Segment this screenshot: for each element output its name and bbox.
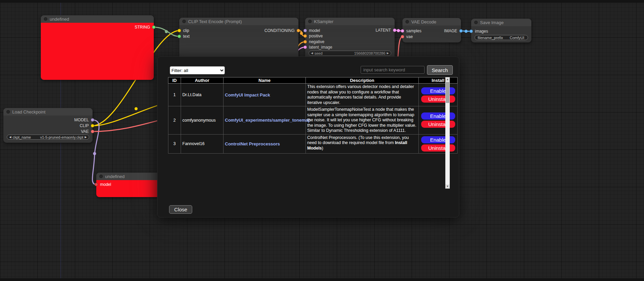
collapse-dot-icon[interactable] xyxy=(99,175,103,178)
input-port-positive[interactable]: positive xyxy=(303,34,323,38)
port-label: CONDITIONING xyxy=(264,28,295,33)
table-header-row: ID Author Name Description Install xyxy=(168,77,458,84)
node-ksampler[interactable]: KSampler model positive negative latent_… xyxy=(305,18,395,62)
port-dot[interactable] xyxy=(178,35,181,38)
wire-dot-latent xyxy=(397,29,400,32)
widget-value: v1-5-pruned-emaonly.ckpt xyxy=(40,135,83,139)
port-dot[interactable] xyxy=(91,130,94,133)
output-port-latent[interactable]: LATENT xyxy=(376,28,396,33)
port-dot[interactable] xyxy=(401,29,404,33)
search-input[interactable] xyxy=(361,66,425,74)
input-port-model[interactable]: model xyxy=(95,182,111,187)
top-edge-strip xyxy=(0,0,644,3)
input-port-vae[interactable]: vae xyxy=(401,34,413,39)
table-scrollbar[interactable]: ▲ ▼ xyxy=(445,77,450,189)
collapse-dot-icon[interactable] xyxy=(182,20,186,23)
port-dot[interactable] xyxy=(393,29,396,32)
node-title-bar[interactable]: CLIP Text Encode (Prompt) xyxy=(179,18,298,25)
port-dot[interactable] xyxy=(303,40,307,43)
enable-button[interactable]: Enable xyxy=(421,112,455,120)
enable-button[interactable]: Enable xyxy=(421,136,455,143)
bottom-edge-strip xyxy=(0,278,644,281)
output-port-model[interactable]: MODEL xyxy=(74,118,94,122)
scrollbar-down-icon[interactable]: ▼ xyxy=(445,184,450,189)
output-port-conditioning[interactable]: CONDITIONING xyxy=(264,28,300,33)
scrollbar-up-icon[interactable]: ▲ xyxy=(445,77,450,82)
wire-dot-conditioning xyxy=(300,32,303,35)
collapse-dot-icon[interactable] xyxy=(6,110,10,113)
col-header-author: Author xyxy=(181,77,224,84)
input-port-images[interactable]: images xyxy=(469,29,488,34)
decrement-arrow-icon[interactable]: ◀ xyxy=(9,136,11,139)
cell-author: Fannovel16 xyxy=(181,134,224,153)
output-port-string[interactable]: STRING xyxy=(135,25,155,30)
uninstall-button[interactable]: Uninstall xyxy=(421,121,455,128)
node-vae-decode[interactable]: VAE Decode samples vae IMAGE xyxy=(402,18,461,42)
collapse-dot-icon[interactable] xyxy=(44,17,47,21)
port-dot[interactable] xyxy=(469,30,473,33)
extension-manager-dialog: Filter: all Search ID Author Name Descri… xyxy=(157,56,459,217)
extension-link[interactable]: ComfyUI Impact Pack xyxy=(225,92,270,98)
filter-select[interactable]: Filter: all xyxy=(170,66,225,74)
port-dot[interactable] xyxy=(91,124,94,127)
extension-link[interactable]: ControlNet Preprocessors xyxy=(225,141,280,146)
node-save-image[interactable]: Save Image images filename_prefix ComfyU… xyxy=(471,19,531,42)
input-port-text[interactable]: text xyxy=(178,34,189,39)
collapse-dot-icon[interactable] xyxy=(474,21,478,24)
port-dot[interactable] xyxy=(459,29,463,33)
extension-link[interactable]: ComfyUI_experiments/sampler_tonemap xyxy=(225,118,311,123)
port-dot[interactable] xyxy=(178,29,181,32)
port-dot[interactable] xyxy=(91,118,94,122)
cell-install: Enable Uninstall xyxy=(419,106,458,135)
input-port-clip[interactable]: clip xyxy=(178,28,189,33)
table-row: 1 Dr.Lt.Data ComfyUI Impact Pack This ex… xyxy=(168,84,458,106)
input-port-samples[interactable]: samples xyxy=(401,29,422,33)
search-button[interactable]: Search xyxy=(427,65,453,75)
input-port-negative[interactable]: negative xyxy=(303,39,324,44)
uninstall-button[interactable]: Uninstall xyxy=(421,144,455,152)
port-label: clip xyxy=(183,28,189,33)
enable-button[interactable]: Enable xyxy=(421,87,455,94)
collapse-dot-icon[interactable] xyxy=(406,20,409,23)
ckpt-name-widget[interactable]: ◀ ckpt_name v1-5-pruned-emaonly.ckpt ▶ xyxy=(7,135,89,140)
node-title: Save Image xyxy=(480,20,503,25)
port-dot[interactable] xyxy=(95,183,98,186)
input-port-latent-image[interactable]: latent_image xyxy=(303,45,332,50)
decrement-arrow-icon[interactable]: ◀ xyxy=(311,52,313,55)
increment-arrow-icon[interactable]: ▶ xyxy=(387,52,389,55)
node-title-bar[interactable]: undefined xyxy=(96,173,160,180)
col-header-install: Install xyxy=(419,77,458,84)
output-port-vae[interactable]: VAE xyxy=(81,129,94,134)
port-dot[interactable] xyxy=(401,35,404,38)
port-dot[interactable] xyxy=(303,46,307,49)
collapse-dot-icon[interactable] xyxy=(308,20,312,23)
cell-author: Dr.Lt.Data xyxy=(181,84,224,106)
input-port-model[interactable]: model xyxy=(303,28,320,33)
node-title-bar[interactable]: Load Checkpoint xyxy=(3,108,93,116)
uninstall-button[interactable]: Uninstall xyxy=(421,95,455,103)
port-dot[interactable] xyxy=(303,29,307,32)
filename-prefix-widget[interactable]: filename_prefix ComfyUI xyxy=(475,35,528,40)
comfyui-canvas[interactable]: undefined STRING Load Checkpoint MODEL C… xyxy=(0,0,644,281)
node-title-bar[interactable]: VAE Decode xyxy=(402,18,461,25)
node-undefined-top[interactable]: undefined STRING xyxy=(41,15,154,80)
port-label: latent_image xyxy=(309,45,332,50)
description-text: ControlNet Preprocessors. (To use this e… xyxy=(307,135,409,145)
port-dot[interactable] xyxy=(152,25,155,29)
node-title-bar[interactable]: KSampler xyxy=(305,18,395,25)
output-port-clip[interactable]: CLIP xyxy=(80,123,94,128)
description-text: ) xyxy=(322,146,323,151)
seed-widget[interactable]: ◀ seed 156680208700286 ▶ xyxy=(309,51,391,56)
port-label: model xyxy=(100,182,111,187)
node-undefined-bottom[interactable]: undefined model xyxy=(96,173,160,197)
node-title-bar[interactable]: Save Image xyxy=(471,19,531,26)
increment-arrow-icon[interactable]: ▶ xyxy=(85,136,87,139)
widget-name: ckpt_name xyxy=(13,135,31,139)
port-dot[interactable] xyxy=(297,29,300,32)
node-load-checkpoint[interactable]: Load Checkpoint MODEL CLIP VAE ◀ ckpt_na… xyxy=(3,108,93,143)
port-dot[interactable] xyxy=(303,34,307,38)
scrollbar-thumb[interactable] xyxy=(446,82,449,103)
node-title-bar[interactable]: undefined xyxy=(41,15,154,23)
output-port-image[interactable]: IMAGE xyxy=(444,29,463,33)
close-button[interactable]: Close xyxy=(169,205,192,214)
